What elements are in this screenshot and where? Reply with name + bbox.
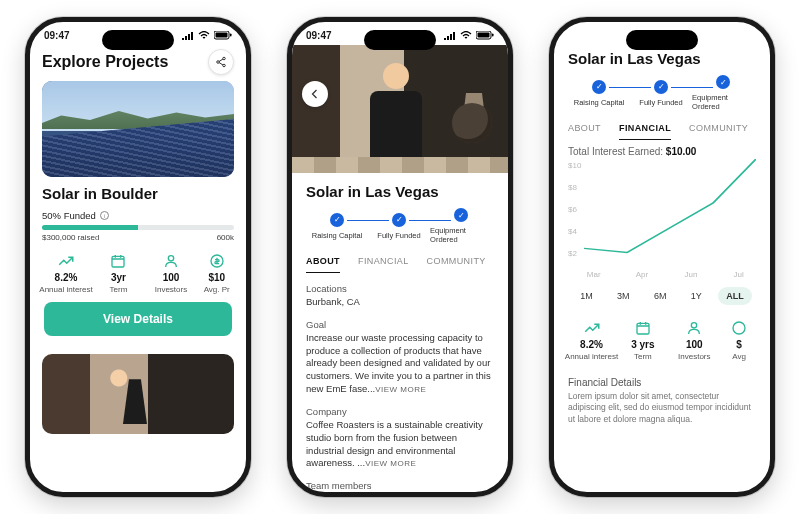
funding-progress-fill xyxy=(42,225,138,230)
financial-details: Financial Details Lorem ipsum dolor sit … xyxy=(554,369,770,433)
stats-row: 8.2%Annual interest 3 yrsTerm 100Investo… xyxy=(554,313,770,369)
y-tick: $8 xyxy=(568,183,577,192)
roaster-image xyxy=(442,95,500,165)
section-heading: Goal xyxy=(306,319,494,330)
section-goal: Goal Increase our waste processing capac… xyxy=(292,309,508,396)
y-tick: $6 xyxy=(568,205,577,214)
svg-rect-1 xyxy=(216,33,228,38)
section-heading: Company xyxy=(306,406,494,417)
project-title: Solar in Las Vegas xyxy=(292,173,508,208)
chart-line xyxy=(584,159,756,269)
stat-interest: 8.2% Annual interest xyxy=(42,252,90,294)
svg-rect-11 xyxy=(492,34,494,37)
funding-progress xyxy=(42,225,234,230)
cellular-icon xyxy=(182,32,194,40)
check-icon: ✓ xyxy=(716,75,730,89)
share-button[interactable] xyxy=(208,49,234,75)
step-equipment: ✓Equipment Ordered xyxy=(692,75,754,111)
section-body: Increase our waste processing capacity t… xyxy=(306,332,494,396)
tab-about[interactable]: ABOUT xyxy=(306,256,340,273)
stat-term: 3yr Term xyxy=(94,252,142,294)
interest-chart: $10 $8 $6 $4 $2 Mar Apr Jun Jul xyxy=(568,159,756,269)
status-bar: 09:47 xyxy=(292,22,508,45)
tabs: ABOUT FINANCIAL COMMUNITY xyxy=(554,111,770,140)
section-heading: Team members xyxy=(306,480,494,491)
step-raising: ✓Raising Capital xyxy=(568,80,630,107)
stepper: ✓Raising Capital ✓Fully Funded ✓Equipmen… xyxy=(292,208,508,244)
amount-raised: $300,000 raised xyxy=(42,233,99,242)
tab-financial[interactable]: FINANCIAL xyxy=(619,123,671,140)
check-icon: ✓ xyxy=(654,80,668,94)
step-funded: ✓Fully Funded xyxy=(630,80,692,107)
y-tick: $2 xyxy=(568,249,577,258)
project-hero-image xyxy=(42,81,234,177)
project-card: Solar in Boulder 50% Funded i $300,000 r… xyxy=(30,81,246,344)
svg-point-13 xyxy=(692,323,697,328)
svg-point-7 xyxy=(168,256,173,261)
progress-labels: $300,000 raised 600k xyxy=(42,233,234,242)
users-icon xyxy=(685,319,703,337)
stat-term: 3 yrsTerm xyxy=(619,319,666,361)
stat-investors: 100 Investors xyxy=(147,252,195,294)
tab-community[interactable]: COMMUNITY xyxy=(427,256,486,273)
phone-detail-financial: Solar in Las Vegas ✓Raising Capital ✓Ful… xyxy=(549,17,775,497)
range-1y[interactable]: 1Y xyxy=(683,287,710,305)
view-details-button[interactable]: View Details xyxy=(44,302,232,336)
project-hero-image xyxy=(292,45,508,173)
price-icon xyxy=(730,319,748,337)
range-3m[interactable]: 3M xyxy=(609,287,638,305)
clock: 09:47 xyxy=(306,30,332,41)
amount-goal: 600k xyxy=(217,233,234,242)
trend-up-icon xyxy=(57,252,75,270)
cellular-icon xyxy=(444,32,456,40)
step-raising: ✓Raising Capital xyxy=(306,213,368,240)
wifi-icon xyxy=(198,31,210,40)
step-funded: ✓Fully Funded xyxy=(368,213,430,240)
range-all[interactable]: ALL xyxy=(718,287,752,305)
section-team: Team members xyxy=(292,470,508,491)
section-heading: Financial Details xyxy=(568,377,756,388)
range-1m[interactable]: 1M xyxy=(572,287,601,305)
section-body: Burbank, CA xyxy=(306,296,494,309)
x-tick: Apr xyxy=(636,270,648,279)
price-icon xyxy=(208,252,226,270)
phone-explore: 09:47 Explore Projects Solar in Boulder … xyxy=(25,17,251,497)
section-body: Lorem ipsum dolor sit amet, consectetur … xyxy=(568,391,756,425)
tab-about[interactable]: ABOUT xyxy=(568,123,601,140)
view-more-link[interactable]: VIEW MORE xyxy=(365,459,416,468)
calendar-icon xyxy=(109,252,127,270)
svg-point-14 xyxy=(733,322,745,334)
funded-label: 50% Funded i xyxy=(42,210,234,221)
stat-investors: 100Investors xyxy=(671,319,718,361)
svg-rect-12 xyxy=(637,323,649,334)
step-equipment: ✓Equipment Ordered xyxy=(430,208,492,244)
tabs: ABOUT FINANCIAL COMMUNITY xyxy=(292,244,508,273)
wifi-icon xyxy=(460,31,472,40)
trend-up-icon xyxy=(583,319,601,337)
total-interest: Total Interest Earned: $10.00 xyxy=(568,146,756,157)
battery-icon xyxy=(476,31,494,40)
back-button[interactable] xyxy=(302,81,328,107)
stats-row: 8.2% Annual interest 3yr Term 100 Invest… xyxy=(42,248,234,302)
x-tick: Jul xyxy=(733,270,743,279)
view-more-link[interactable]: VIEW MORE xyxy=(375,385,426,394)
tab-financial[interactable]: FINANCIAL xyxy=(358,256,409,273)
y-tick: $4 xyxy=(568,227,577,236)
x-tick: Mar xyxy=(587,270,601,279)
project-card-2-image[interactable] xyxy=(42,354,234,434)
arrow-left-icon xyxy=(309,88,321,100)
svg-rect-10 xyxy=(478,33,490,38)
status-icons xyxy=(444,31,494,40)
status-icons xyxy=(182,31,232,40)
svg-rect-2 xyxy=(230,34,232,37)
info-icon[interactable]: i xyxy=(100,211,109,220)
stat-avg: $Avg xyxy=(722,319,756,361)
range-6m[interactable]: 6M xyxy=(646,287,675,305)
tab-community[interactable]: COMMUNITY xyxy=(689,123,748,140)
calendar-icon xyxy=(634,319,652,337)
clock: 09:47 xyxy=(44,30,70,41)
check-icon: ✓ xyxy=(592,80,606,94)
project-title: Solar in Boulder xyxy=(42,185,234,202)
status-bar: 09:47 xyxy=(30,22,246,45)
check-icon: ✓ xyxy=(392,213,406,227)
